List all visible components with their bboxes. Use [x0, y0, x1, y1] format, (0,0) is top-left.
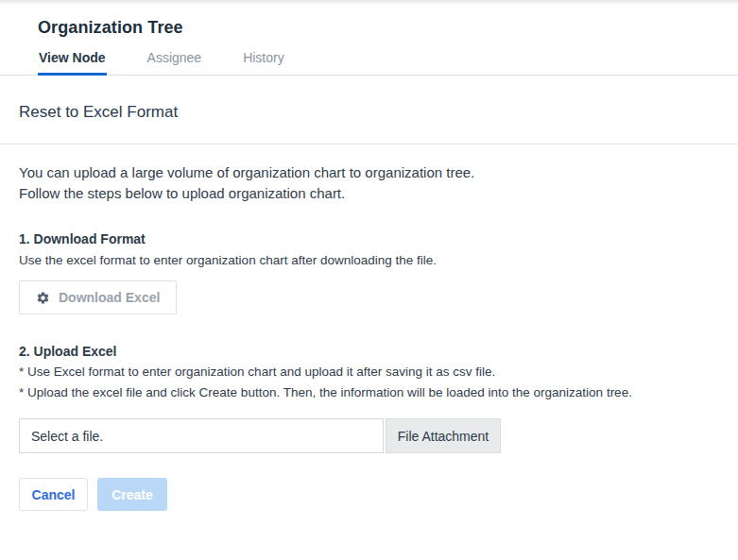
tab-view-node[interactable]: View Node — [38, 50, 107, 75]
app-header: Organization Tree View Node Assignee His… — [0, 5, 738, 76]
gear-icon — [36, 291, 50, 305]
step2-note-1: * Use Excel format to enter organization… — [19, 364, 719, 380]
step-upload-excel: 2. Upload Excel * Use Excel format to en… — [19, 344, 719, 400]
action-buttons: Cancel Create — [19, 478, 719, 511]
step-download-format: 1. Download Format Use the excel format … — [19, 231, 719, 314]
tab-assignee[interactable]: Assignee — [146, 50, 203, 75]
download-excel-button[interactable]: Download Excel — [19, 280, 177, 314]
step2-note-2: * Upload the excel file and click Create… — [19, 384, 719, 400]
tab-history[interactable]: History — [242, 50, 285, 75]
step1-description: Use the excel format to enter organizati… — [19, 253, 719, 267]
create-button[interactable]: Create — [97, 478, 167, 511]
section-divider — [0, 144, 738, 144]
page-title: Organization Tree — [38, 18, 738, 38]
download-excel-label: Download Excel — [59, 290, 160, 305]
step1-title: 1. Download Format — [19, 231, 719, 246]
main-content: Reset to Excel Format You can upload a l… — [0, 103, 738, 511]
intro-line-1: You can upload a large volume of organiz… — [19, 164, 474, 180]
file-name-field[interactable]: Select a file. — [19, 418, 384, 453]
intro-line-2: Follow the steps below to upload organiz… — [19, 185, 345, 201]
intro-text: You can upload a large volume of organiz… — [19, 162, 719, 204]
cancel-button[interactable]: Cancel — [19, 478, 88, 511]
step2-title: 2. Upload Excel — [19, 344, 719, 359]
file-attachment-button[interactable]: File Attachment — [386, 418, 501, 453]
file-upload-row: Select a file. File Attachment — [19, 418, 501, 453]
tab-bar: View Node Assignee History — [38, 50, 738, 75]
section-heading: Reset to Excel Format — [19, 103, 719, 122]
